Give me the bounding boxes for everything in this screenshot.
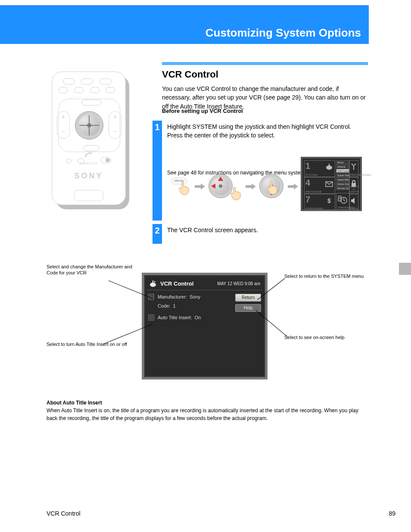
- step-number: 1: [153, 122, 162, 132]
- remote-button: [59, 87, 68, 93]
- remote-button: [106, 87, 115, 93]
- submenu-item: Access Card: [336, 182, 350, 186]
- remote-button: [90, 87, 100, 93]
- submenu-list: Return Antenna VCR Control System Test A…: [336, 160, 350, 210]
- svg-rect-3: [329, 164, 330, 166]
- pointer-hand-icon: [178, 181, 190, 196]
- note-heading: About Auto Title Insert: [47, 400, 102, 406]
- submenu-item: Return: [336, 160, 350, 164]
- remote-door: [74, 190, 103, 201]
- chapter-banner: Customizing System Options: [0, 5, 369, 44]
- field-label: Manufacturer:: [158, 294, 187, 299]
- callout-ati: Select to turn Auto Title Insert on or o…: [47, 341, 141, 347]
- return-button[interactable]: Return: [235, 294, 261, 302]
- menu-tile: 8 TIMERS/REC: [336, 193, 350, 210]
- field-value: On: [195, 315, 201, 320]
- satellite-icon: [149, 280, 158, 288]
- chapter-title: Customizing System Options: [206, 26, 361, 40]
- note-block: About Auto Title Insert When Auto Title …: [47, 399, 365, 422]
- nav-sequence: MENU: [171, 171, 309, 202]
- section-rule: [162, 62, 368, 65]
- submenu-item: Aspect Ratio: [336, 177, 350, 181]
- network-label: DIRECTV: [80, 162, 98, 165]
- menu-tile: 4 MESSAGES: [304, 177, 335, 194]
- system-menu-thumbnail: 1 SYSTEM 4 MESSAGES 7 $ PURCHASES Return…: [301, 157, 362, 211]
- help-button[interactable]: Help: [235, 304, 261, 312]
- remote-button: [63, 78, 75, 84]
- callout-help: Select to see on-screen help: [284, 334, 366, 340]
- tools-icon: [350, 162, 358, 171]
- remote-button: [81, 100, 101, 106]
- remote-illustration: +− +− D: [52, 72, 129, 208]
- submenu-item: Remote Control: [336, 186, 350, 190]
- callout-return: Select to return to the SYSTEM menu: [284, 273, 366, 279]
- remote-button: [81, 78, 93, 84]
- thumb-tab: [399, 263, 411, 275]
- brand-label: SONY: [52, 171, 125, 180]
- menu-tile: 7 $ PURCHASES: [304, 194, 335, 211]
- step-column: [153, 121, 162, 221]
- note-body: When Auto Title Insert is on, the title …: [47, 408, 358, 421]
- arrow-right-icon: [246, 184, 256, 190]
- directv-logo-icon: [83, 151, 94, 159]
- submenu-item: Antenna: [336, 165, 350, 168]
- page: Customizing System Options VCR Control Y…: [0, 0, 411, 532]
- auto-title-row: Auto Title Insert: On: [148, 314, 261, 320]
- callout-manufacturer: Select and change the Manufacturer and C…: [47, 264, 141, 276]
- page-number: 89: [389, 510, 395, 517]
- setup-heading: Before setting up VCR Control: [162, 108, 243, 114]
- submenu-item-selected: VCR Control: [336, 169, 350, 173]
- svg-rect-8: [153, 280, 153, 283]
- section-title: VCR Control: [162, 69, 218, 80]
- speaker-icon: [350, 196, 358, 205]
- section-intro: You can use VCR Control to change the ma…: [162, 84, 368, 111]
- step-text: The VCR Control screen appears.: [167, 226, 368, 234]
- clock-icon: [340, 195, 348, 205]
- field-label: Auto Title Insert:: [158, 315, 192, 320]
- menu-tile: LOCKS & LIMITS: [349, 177, 358, 194]
- step-body: Highlight SYSTEM using the joystick and …: [167, 123, 351, 139]
- menu-tile: PREFERENCES: [349, 160, 358, 177]
- remote-button: [74, 87, 84, 93]
- joystick-press-icon: [259, 174, 283, 198]
- arrow-right-icon: [288, 184, 298, 190]
- joystick: [75, 111, 103, 140]
- arrow-right-icon: [195, 184, 205, 190]
- screen-datetime: MAY 12 WED 9:06 am: [217, 281, 263, 286]
- menu-tile: 1 SYSTEM: [304, 160, 335, 177]
- screen-title: VCR Control: [160, 280, 217, 287]
- pointer-hand-icon: [267, 180, 279, 197]
- pointer-hand-icon: [230, 186, 242, 201]
- joystick-icon: [209, 174, 233, 198]
- volume-rocker: +−: [57, 111, 70, 139]
- checkbox-icon[interactable]: [148, 314, 154, 320]
- menu-tile: AUDIO: [349, 194, 358, 211]
- channel-rocker: +−: [109, 111, 121, 139]
- vcr-control-screenshot: VCR Control MAY 12 WED 9:06 am Manufactu…: [142, 273, 268, 380]
- remote-button: [84, 145, 99, 151]
- dollar-icon: $: [325, 196, 333, 205]
- submenu-item: System Test: [336, 173, 350, 177]
- field-value: 1: [173, 303, 175, 308]
- footer-section: VCR Control: [47, 510, 81, 517]
- envelope-icon: [325, 179, 333, 189]
- satellite-icon: [325, 162, 333, 172]
- step-number: 2: [153, 226, 162, 236]
- svg-point-7: [150, 283, 156, 287]
- field-value: Sony: [190, 294, 200, 299]
- remote-button: [100, 78, 112, 84]
- field-label: Code:: [158, 303, 170, 308]
- svg-point-9: [154, 281, 156, 282]
